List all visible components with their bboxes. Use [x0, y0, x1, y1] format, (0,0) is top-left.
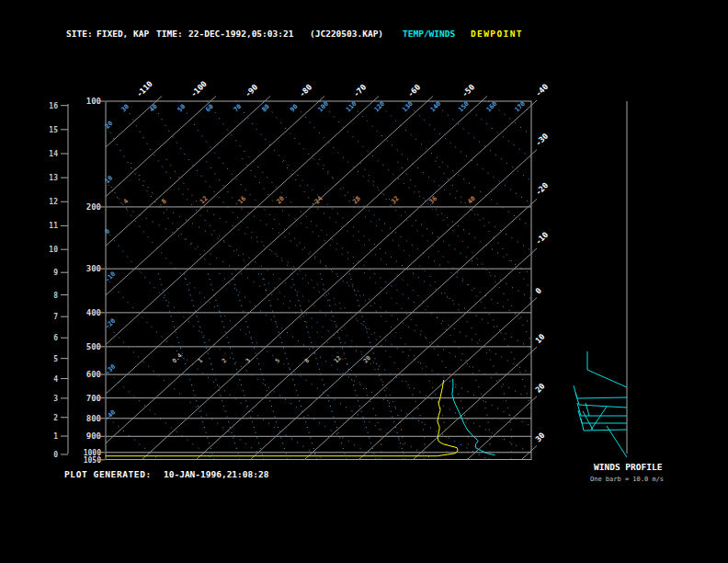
- svg-text:12: 12: [333, 354, 343, 364]
- plot-generated-value: 10-JAN-1996,21:08:28: [164, 469, 268, 479]
- height-axis: 012345678910111213141516: [49, 102, 68, 459]
- svg-text:130: 130: [401, 100, 415, 114]
- svg-text:-80: -80: [297, 82, 313, 98]
- plot-generated-label: PLOT GENERATED:: [64, 469, 152, 479]
- svg-text:0: 0: [533, 286, 543, 296]
- svg-text:110: 110: [345, 100, 358, 114]
- svg-text:2: 2: [221, 357, 228, 364]
- moist-adiabats: 481216202428323640: [89, 158, 577, 460]
- svg-text:500: 500: [86, 342, 101, 351]
- svg-text:36: 36: [428, 195, 439, 206]
- svg-text:400: 400: [86, 308, 101, 317]
- svg-text:-70: -70: [351, 82, 368, 98]
- svg-text:1050: 1050: [84, 456, 101, 465]
- svg-text:2: 2: [53, 414, 58, 422]
- svg-text:12: 12: [49, 198, 58, 206]
- svg-text:-90: -90: [243, 82, 259, 98]
- winds-profile-title: WINDS PROFILE: [594, 462, 662, 472]
- svg-text:16: 16: [237, 195, 248, 206]
- svg-text:70: 70: [233, 103, 244, 114]
- svg-text:140: 140: [429, 100, 443, 114]
- svg-text:600: 600: [86, 370, 101, 379]
- svg-text:3: 3: [53, 395, 58, 403]
- skewt-sounding-page: { "header": { "site_label": "SITE:", "si…: [0, 0, 728, 563]
- svg-text:11: 11: [49, 222, 58, 230]
- svg-text:5: 5: [274, 357, 281, 364]
- svg-text:7: 7: [53, 313, 58, 321]
- svg-text:0: 0: [104, 227, 112, 236]
- svg-text:8: 8: [303, 357, 311, 364]
- pressure-gridlines: [106, 101, 531, 460]
- svg-text:150: 150: [457, 100, 471, 114]
- svg-text:9: 9: [53, 269, 58, 277]
- svg-text:32: 32: [390, 195, 401, 206]
- svg-text:-60: -60: [405, 82, 422, 98]
- svg-text:60: 60: [204, 103, 215, 114]
- svg-text:10: 10: [533, 332, 546, 345]
- svg-text:30: 30: [533, 431, 546, 443]
- svg-text:-100: -100: [188, 79, 209, 99]
- svg-text:5: 5: [53, 355, 58, 363]
- svg-text:-110: -110: [134, 79, 154, 99]
- svg-text:-10: -10: [533, 230, 550, 247]
- svg-text:16: 16: [49, 102, 58, 110]
- svg-text:20: 20: [533, 381, 546, 394]
- svg-text:160: 160: [485, 100, 499, 114]
- svg-text:-30: -30: [533, 132, 550, 148]
- svg-text:-50: -50: [460, 82, 476, 98]
- svg-text:14: 14: [49, 150, 58, 158]
- svg-text:800: 800: [86, 414, 101, 423]
- svg-text:100: 100: [317, 100, 331, 114]
- svg-text:900: 900: [86, 431, 101, 441]
- svg-text:28: 28: [351, 195, 362, 206]
- svg-text:300: 300: [86, 264, 101, 273]
- svg-text:0: 0: [53, 451, 58, 459]
- svg-text:20: 20: [275, 195, 286, 206]
- svg-text:40: 40: [466, 195, 477, 206]
- svg-text:10: 10: [49, 246, 58, 254]
- svg-text:1: 1: [53, 432, 58, 441]
- pressure-axis-labels: 10020030040050060070080090010001050: [84, 97, 105, 465]
- svg-text:90: 90: [289, 103, 300, 114]
- svg-text:50: 50: [176, 103, 188, 114]
- svg-text:700: 700: [86, 394, 101, 403]
- winds-scale-note: One barb = 10.0 m/s: [590, 476, 664, 483]
- svg-text:80: 80: [260, 103, 271, 114]
- svg-text:30: 30: [120, 103, 131, 114]
- svg-text:1: 1: [197, 357, 204, 364]
- svg-text:8: 8: [160, 198, 168, 206]
- svg-text:40: 40: [148, 103, 159, 114]
- svg-text:15: 15: [49, 126, 58, 134]
- wind-profile: [574, 101, 627, 457]
- svg-text:120: 120: [373, 100, 387, 114]
- svg-text:12: 12: [199, 195, 210, 206]
- svg-text:0.4: 0.4: [171, 351, 184, 364]
- svg-text:6: 6: [53, 334, 58, 342]
- svg-text:-40: -40: [533, 82, 550, 98]
- svg-text:200: 200: [86, 202, 101, 212]
- svg-text:100: 100: [86, 97, 101, 106]
- svg-text:4: 4: [53, 375, 58, 384]
- svg-text:8: 8: [53, 292, 58, 300]
- isotherms: -110-100-90-80-70-60-50-40-30-20-1001020…: [106, 79, 550, 460]
- svg-text:13: 13: [49, 174, 58, 182]
- svg-text:-20: -20: [533, 180, 550, 197]
